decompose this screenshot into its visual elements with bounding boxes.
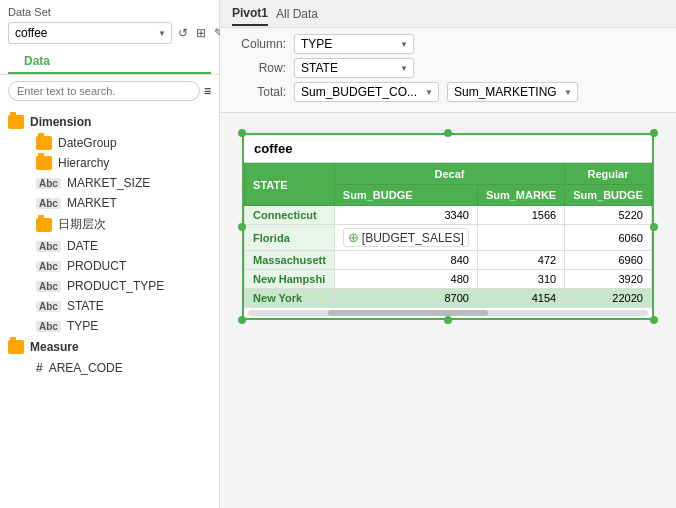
area-code-label: AREA_CODE bbox=[49, 361, 123, 375]
row-label: Row: bbox=[236, 61, 286, 75]
plus-icon: ⊕ bbox=[348, 230, 359, 245]
measure-section: Measure bbox=[0, 336, 219, 358]
column-row: Column: TYPE bbox=[236, 34, 660, 54]
hierarchy-label: Hierarchy bbox=[58, 156, 109, 170]
state-cell: Florida bbox=[245, 225, 335, 251]
sidebar: Data Set coffee ↺ ⊞ ✎ Data ≡ Dimension D… bbox=[0, 0, 220, 508]
th-state-main: STATE bbox=[245, 164, 335, 206]
market-label: MARKET bbox=[67, 196, 117, 210]
val-cell: 3920 bbox=[565, 270, 652, 289]
grid-icon[interactable]: ⊞ bbox=[194, 24, 208, 42]
pivot-tabs: Pivot1 All Data bbox=[220, 0, 676, 28]
sidebar-item-date-hierarchy[interactable]: 日期层次 bbox=[0, 213, 219, 236]
date-hierarchy-label: 日期层次 bbox=[58, 216, 106, 233]
total-select1[interactable]: Sum_BUDGET_CO... bbox=[294, 82, 439, 102]
refresh-icon[interactable]: ↺ bbox=[176, 24, 190, 42]
th-decaf-group: Decaf bbox=[334, 164, 564, 185]
controls-area: Column: TYPE Row: STATE Total: Sum_BUDGE… bbox=[220, 28, 676, 113]
table-row: Connecticut 3340 1566 5220 bbox=[245, 206, 652, 225]
dataset-input[interactable]: coffee bbox=[8, 22, 172, 44]
state-cell: Connecticut bbox=[245, 206, 335, 225]
market-size-label: MARKET_SIZE bbox=[67, 176, 150, 190]
sidebar-item-type[interactable]: Abc TYPE bbox=[0, 316, 219, 336]
abc-icon: Abc bbox=[36, 281, 61, 292]
handle-bl[interactable] bbox=[238, 316, 246, 324]
val-cell: 310 bbox=[477, 270, 564, 289]
abc-icon: Abc bbox=[36, 261, 61, 272]
sidebar-item-market-size[interactable]: Abc MARKET_SIZE bbox=[0, 173, 219, 193]
handle-tr[interactable] bbox=[650, 129, 658, 137]
sidebar-content: Dimension DateGroup Hierarchy Abc MARKET… bbox=[0, 107, 219, 508]
sidebar-item-area-code[interactable]: # AREA_CODE bbox=[0, 358, 219, 378]
pivot-title: coffee bbox=[244, 135, 652, 163]
handle-br[interactable] bbox=[650, 316, 658, 324]
abc-icon: Abc bbox=[36, 178, 61, 189]
product-label: PRODUCT bbox=[67, 259, 126, 273]
handle-lm[interactable] bbox=[238, 223, 246, 231]
row-select[interactable]: STATE bbox=[294, 58, 414, 78]
menu-icon[interactable]: ≡ bbox=[204, 84, 211, 98]
abc-icon: Abc bbox=[36, 198, 61, 209]
val-cell: 472 bbox=[477, 251, 564, 270]
val-cell: 5220 bbox=[565, 206, 652, 225]
dategroup-label: DateGroup bbox=[58, 136, 117, 150]
hash-icon: # bbox=[36, 361, 43, 375]
val-cell: 8700 bbox=[334, 289, 477, 308]
val-cell bbox=[477, 225, 564, 251]
abc-icon: Abc bbox=[36, 301, 61, 312]
val-cell: 6060 bbox=[565, 225, 652, 251]
state-label: STATE bbox=[67, 299, 104, 313]
total-select2[interactable]: Sum_MARKETING bbox=[447, 82, 578, 102]
tab-data[interactable]: Data bbox=[8, 50, 66, 74]
dategroup-folder-icon bbox=[36, 136, 52, 150]
dimension-label: Dimension bbox=[30, 115, 91, 129]
table-row: Florida ⊕ [BUDGET_SALES] 6060 bbox=[245, 225, 652, 251]
sidebar-header: Data Set coffee ↺ ⊞ ✎ Data bbox=[0, 0, 219, 75]
date-hierarchy-folder-icon bbox=[36, 218, 52, 232]
abc-icon: Abc bbox=[36, 321, 61, 332]
table-row: New Hampshi 480 310 3920 bbox=[245, 270, 652, 289]
dimension-section: Dimension bbox=[0, 111, 219, 133]
date-label: DATE bbox=[67, 239, 98, 253]
total-label: Total: bbox=[236, 85, 286, 99]
scroll-thumb bbox=[328, 310, 488, 316]
table-row: New York 8700 4154 22020 bbox=[245, 289, 652, 308]
sidebar-item-dategroup[interactable]: DateGroup bbox=[0, 133, 219, 153]
pivot-table-container: coffee STATE Decaf Regular Sum_BUDGE Sum… bbox=[242, 133, 654, 320]
val-cell: 4154 bbox=[477, 289, 564, 308]
search-row: ≡ bbox=[0, 75, 219, 107]
search-input[interactable] bbox=[8, 81, 200, 101]
table-row: Massachusett 840 472 6960 bbox=[245, 251, 652, 270]
total-row: Total: Sum_BUDGET_CO... Sum_MARKETING bbox=[236, 82, 660, 102]
tab-pivot1[interactable]: Pivot1 bbox=[232, 2, 268, 26]
tab-all-data[interactable]: All Data bbox=[276, 3, 318, 25]
sidebar-item-product-type[interactable]: Abc PRODUCT_TYPE bbox=[0, 276, 219, 296]
tooltip-bubble: ⊕ [BUDGET_SALES] bbox=[343, 228, 469, 247]
sidebar-item-product[interactable]: Abc PRODUCT bbox=[0, 256, 219, 276]
state-cell: Massachusett bbox=[245, 251, 335, 270]
handle-bm[interactable] bbox=[444, 316, 452, 324]
measure-label: Measure bbox=[30, 340, 79, 354]
main-area: Pivot1 All Data Column: TYPE Row: STATE … bbox=[220, 0, 676, 508]
sidebar-tabs: Data bbox=[8, 50, 211, 74]
column-select[interactable]: TYPE bbox=[294, 34, 414, 54]
pivot-table: STATE Decaf Regular Sum_BUDGE Sum_MARKE … bbox=[244, 163, 652, 308]
measure-folder-icon bbox=[8, 340, 24, 354]
sidebar-item-date[interactable]: Abc DATE bbox=[0, 236, 219, 256]
th-marke: Sum_MARKE bbox=[477, 185, 564, 206]
sidebar-item-hierarchy[interactable]: Hierarchy bbox=[0, 153, 219, 173]
state-cell: New Hampshi bbox=[245, 270, 335, 289]
th-regular-group: Regular bbox=[565, 164, 652, 185]
product-type-label: PRODUCT_TYPE bbox=[67, 279, 164, 293]
pivot-canvas: coffee STATE Decaf Regular Sum_BUDGE Sum… bbox=[220, 113, 676, 508]
sidebar-item-market[interactable]: Abc MARKET bbox=[0, 193, 219, 213]
th-budge2: Sum_BUDGE bbox=[565, 185, 652, 206]
sidebar-item-state[interactable]: Abc STATE bbox=[0, 296, 219, 316]
handle-rm[interactable] bbox=[650, 223, 658, 231]
dataset-title: Data Set bbox=[8, 6, 211, 18]
val-cell: 22020 bbox=[565, 289, 652, 308]
handle-tm[interactable] bbox=[444, 129, 452, 137]
column-label: Column: bbox=[236, 37, 286, 51]
val-cell: 480 bbox=[334, 270, 477, 289]
type-label: TYPE bbox=[67, 319, 98, 333]
